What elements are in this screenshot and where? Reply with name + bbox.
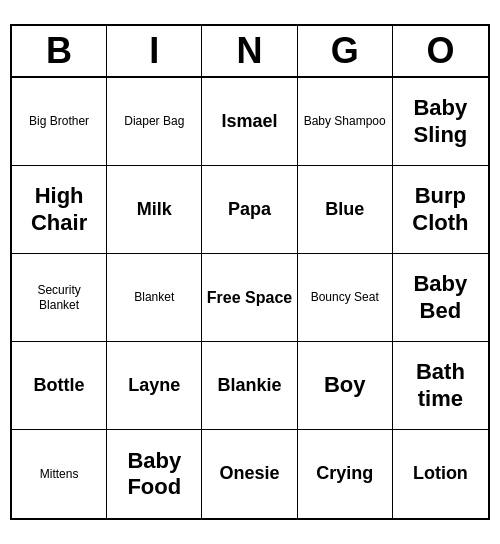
- bingo-cell: Bath time: [393, 342, 488, 430]
- bingo-cell: Baby Bed: [393, 254, 488, 342]
- bingo-cell: Papa: [202, 166, 297, 254]
- bingo-cell: Boy: [298, 342, 393, 430]
- bingo-header: BINGO: [12, 26, 488, 78]
- bingo-cell: Layne: [107, 342, 202, 430]
- bingo-cell: High Chair: [12, 166, 107, 254]
- bingo-grid: Big BrotherDiaper BagIsmaelBaby ShampooB…: [12, 78, 488, 518]
- bingo-cell: Onesie: [202, 430, 297, 518]
- bingo-cell: Crying: [298, 430, 393, 518]
- bingo-cell: Baby Sling: [393, 78, 488, 166]
- bingo-cell: Big Brother: [12, 78, 107, 166]
- bingo-cell: Security Blanket: [12, 254, 107, 342]
- bingo-cell: Blankie: [202, 342, 297, 430]
- bingo-cell: Milk: [107, 166, 202, 254]
- header-letter: I: [107, 26, 202, 76]
- bingo-cell: Bouncy Seat: [298, 254, 393, 342]
- header-letter: B: [12, 26, 107, 76]
- header-letter: O: [393, 26, 488, 76]
- bingo-cell: Ismael: [202, 78, 297, 166]
- bingo-cell: Free Space: [202, 254, 297, 342]
- header-letter: N: [202, 26, 297, 76]
- bingo-cell: Baby Shampoo: [298, 78, 393, 166]
- bingo-cell: Diaper Bag: [107, 78, 202, 166]
- bingo-cell: Blue: [298, 166, 393, 254]
- header-letter: G: [298, 26, 393, 76]
- bingo-cell: Lotion: [393, 430, 488, 518]
- bingo-card: BINGO Big BrotherDiaper BagIsmaelBaby Sh…: [10, 24, 490, 520]
- bingo-cell: Mittens: [12, 430, 107, 518]
- bingo-cell: Baby Food: [107, 430, 202, 518]
- bingo-cell: Bottle: [12, 342, 107, 430]
- bingo-cell: Burp Cloth: [393, 166, 488, 254]
- bingo-cell: Blanket: [107, 254, 202, 342]
